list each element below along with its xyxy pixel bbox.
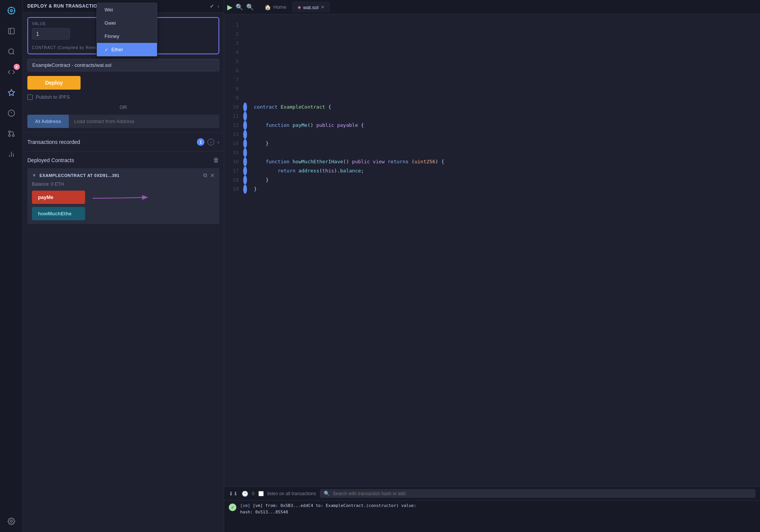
load-address-input[interactable] (69, 115, 219, 128)
dropdown-item-gwei-label: Gwei (104, 20, 116, 26)
zoom-in-icon[interactable]: 🔍 (236, 3, 243, 11)
code-line-6 (248, 66, 760, 75)
code-line-1 (248, 21, 760, 30)
console-log-entry: ✓ [vm] [vm] from: 0x5B3...eddC4 to: Exam… (224, 500, 760, 518)
console-search-input[interactable] (333, 491, 752, 496)
svg-point-16 (8, 135, 10, 137)
transactions-label: Transactions recorded (27, 139, 194, 145)
deployed-title: Deployed Contracts (27, 157, 213, 163)
header-arrow-icon: › (217, 3, 219, 9)
trash-icon[interactable]: 🗑 (213, 157, 219, 164)
sidebar-icon-git[interactable] (5, 127, 18, 140)
contract-chevron-icon[interactable]: ▼ (32, 173, 36, 178)
editor-tabs: ▶ 🔍 🔍 🏠 Home ◈ wat.sol ✕ (224, 0, 760, 14)
editor-area: ▶ 🔍 🔍 🏠 Home ◈ wat.sol ✕ 12345 678910 11… (224, 0, 760, 532)
code-line-9 (248, 93, 760, 103)
svg-rect-6 (8, 28, 14, 34)
code-line-13 (248, 130, 760, 139)
code-line-16: function howMuchEtherIHave() public view… (248, 157, 760, 166)
value-input[interactable] (32, 28, 70, 39)
tab-home-label: Home (273, 4, 287, 10)
tab-home[interactable]: 🏠 Home (260, 2, 291, 13)
info-icon: i (207, 139, 214, 145)
svg-marker-10 (8, 90, 14, 96)
console-search-icon: 🔍 (324, 491, 330, 496)
file-icon: ◈ (298, 5, 301, 10)
at-address-button[interactable]: At Address (27, 115, 69, 128)
compile-badge: 2 (14, 64, 20, 70)
header-check-icon: ✓ (210, 3, 214, 9)
payme-button[interactable]: payMe (32, 191, 85, 204)
listen-label: listen on all transactions (268, 491, 316, 496)
sidebar-icon-plugin[interactable] (5, 4, 18, 17)
contract-select-row: ExampleContract - contracts/wat.sol (27, 59, 219, 71)
editor-tab-controls: ▶ 🔍 🔍 (227, 3, 254, 11)
code-line-15 (248, 148, 760, 157)
contract-methods: payMe howMuchEthe (32, 191, 215, 220)
copy-icon[interactable]: ⧉ (203, 172, 207, 178)
svg-line-9 (13, 53, 14, 55)
dropdown-item-wei[interactable]: Wei (97, 3, 157, 16)
deploy-panel: DEPLOY & RUN TRANSACTIONS ✓ › VALUE Wei … (23, 0, 224, 532)
arrow-annotation (89, 191, 165, 210)
address-row: At Address (27, 115, 219, 128)
log-text-wrap: [vm] [vm] from: 0x5B3...eddC4 to: Exampl… (240, 503, 416, 515)
dropdown-item-finney[interactable]: Finney (97, 30, 157, 43)
code-line-11 (248, 112, 760, 121)
code-content: contract ExampleContract { function payM… (248, 14, 760, 486)
listen-checkbox[interactable] (258, 491, 264, 496)
run-icon[interactable]: ▶ (227, 3, 233, 11)
or-divider: OR (27, 104, 219, 110)
console-clock-icon[interactable]: 🕐 (242, 491, 248, 497)
contract-item: ▼ EXAMPLECONTRACT AT 0XD91...391 ⧉ ✕ Bal… (27, 168, 219, 224)
console-collapse-icon[interactable]: ⬇⬇ (229, 491, 238, 497)
dropdown-item-ether[interactable]: ✓ Ether (97, 43, 157, 56)
svg-point-14 (12, 135, 14, 137)
line-dots (243, 14, 248, 486)
code-line-17: return address(this).balance; (248, 166, 760, 175)
transactions-row[interactable]: Transactions recorded 1 i › (23, 133, 224, 151)
svg-point-15 (8, 131, 10, 133)
log-success-icon: ✓ (229, 504, 236, 511)
panel-body: VALUE Wei Gwei Finney ✓ Ether (23, 13, 224, 133)
balance-row: Balance: 0 ETH (32, 182, 215, 187)
console-area: ⬇⬇ 🕐 0 listen on all transactions 🔍 ✓ [v… (224, 486, 760, 532)
code-line-7 (248, 75, 760, 84)
code-line-12: function payMe() public payable { (248, 121, 760, 130)
tab-close-icon[interactable]: ✕ (321, 5, 325, 10)
sidebar-icon-search[interactable] (5, 45, 18, 58)
code-line-4 (248, 48, 760, 57)
ipfs-label: Publish to IPFS (36, 94, 70, 100)
deploy-button[interactable]: Deploy (27, 76, 81, 90)
tab-file[interactable]: ◈ wat.sol ✕ (293, 2, 329, 13)
dropdown-item-ether-label: Ether (111, 47, 123, 52)
code-line-5 (248, 57, 760, 66)
console-search-wrap: 🔍 (320, 489, 755, 498)
log-text-content: [vm] from: 0x5B3...eddC4 to: ExampleCont… (253, 503, 416, 508)
code-line-2 (248, 30, 760, 39)
ipfs-checkbox[interactable] (27, 95, 33, 100)
console-count: 0 (252, 491, 255, 496)
contract-name: EXAMPLECONTRACT AT 0XD91...391 (40, 173, 200, 178)
code-line-19: } (248, 185, 760, 194)
deploy-btn-wrap: Deploy (27, 76, 219, 90)
sidebar-icon-settings[interactable] (5, 515, 18, 528)
unit-dropdown[interactable]: Wei Gwei Finney ✓ Ether (97, 3, 157, 57)
code-line-10: contract ExampleContract { (248, 103, 760, 112)
sidebar-icon-deploy[interactable] (5, 86, 18, 99)
sidebar-icon-compile[interactable]: 2 (5, 65, 18, 79)
dropdown-item-finney-label: Finney (104, 33, 119, 39)
close-icon[interactable]: ✕ (210, 172, 215, 178)
sidebar-icon-debug[interactable] (5, 106, 18, 120)
svg-point-21 (10, 521, 12, 523)
sidebar-icon-analytics[interactable] (5, 147, 18, 161)
sidebar-icon-files[interactable] (5, 24, 18, 38)
contract-select[interactable]: ExampleContract - contracts/wat.sol (27, 59, 219, 71)
contract-item-header: ▼ EXAMPLECONTRACT AT 0XD91...391 ⧉ ✕ (32, 172, 215, 178)
dropdown-item-gwei[interactable]: Gwei (97, 16, 157, 30)
tab-file-label: wat.sol (303, 5, 318, 10)
transactions-arrow-icon: › (217, 139, 219, 145)
console-toolbar: ⬇⬇ 🕐 0 listen on all transactions 🔍 (224, 487, 760, 500)
zoom-out-icon[interactable]: 🔍 (246, 3, 254, 11)
howmuchether-button[interactable]: howMuchEthe (32, 207, 85, 220)
